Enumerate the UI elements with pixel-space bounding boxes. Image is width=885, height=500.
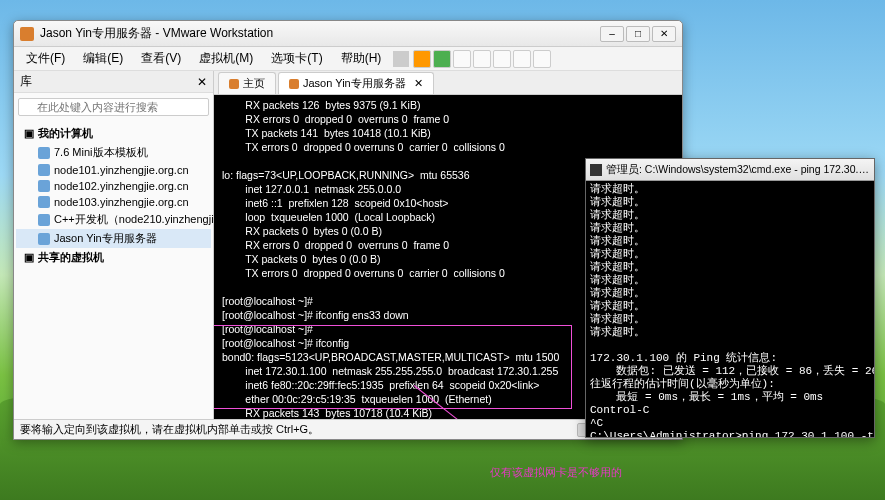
vm-tree: ▣我的计算机 7.6 Mini版本模板机 node101.yinzhengjie… bbox=[14, 120, 213, 419]
cmd-title-text: 管理员: C:\Windows\system32\cmd.exe - ping … bbox=[606, 163, 870, 177]
cmd-window: 管理员: C:\Windows\system32\cmd.exe - ping … bbox=[585, 158, 875, 438]
titlebar[interactable]: Jason Yin专用服务器 - VMware Workstation – □ … bbox=[14, 21, 682, 47]
menu-edit[interactable]: 编辑(E) bbox=[75, 48, 131, 69]
cmd-output[interactable]: 请求超时。 请求超时。 请求超时。 请求超时。 请求超时。 请求超时。 请求超时… bbox=[586, 181, 874, 437]
tree-item-selected[interactable]: Jason Yin专用服务器 bbox=[16, 229, 211, 248]
menu-help[interactable]: 帮助(H) bbox=[333, 48, 390, 69]
home-icon bbox=[229, 79, 239, 89]
menubar: 文件(F) 编辑(E) 查看(V) 虚拟机(M) 选项卡(T) 帮助(H) bbox=[14, 47, 682, 71]
tree-item[interactable]: C++开发机（node210.yinzhengjie.org.cn） bbox=[16, 210, 211, 229]
close-button[interactable]: ✕ bbox=[652, 26, 676, 42]
tab-strip: 主页 Jason Yin专用服务器✕ bbox=[214, 71, 682, 95]
menu-tabs[interactable]: 选项卡(T) bbox=[263, 48, 330, 69]
tree-item[interactable]: node103.yinzhengjie.org.cn bbox=[16, 194, 211, 210]
search-input[interactable] bbox=[18, 98, 209, 116]
tree-item[interactable]: node101.yinzhengjie.org.cn bbox=[16, 162, 211, 178]
tab-home[interactable]: 主页 bbox=[218, 72, 276, 94]
annotation-caption: 仅有该虚拟网卡是不够用的 bbox=[490, 465, 622, 480]
app-icon bbox=[20, 27, 34, 41]
toolbar-button[interactable] bbox=[513, 50, 531, 68]
statusbar: 要将输入定向到该虚拟机，请在虚拟机内部单击或按 Ctrl+G。 bbox=[14, 419, 682, 439]
highlight-box bbox=[214, 325, 572, 409]
sidebar-header: 库 bbox=[20, 73, 32, 90]
sidebar: 库 ✕ ▣我的计算机 7.6 Mini版本模板机 node101.yinzhen… bbox=[14, 71, 214, 419]
maximize-button[interactable]: □ bbox=[626, 26, 650, 42]
vm-icon bbox=[289, 79, 299, 89]
status-text: 要将输入定向到该虚拟机，请在虚拟机内部单击或按 Ctrl+G。 bbox=[20, 422, 319, 437]
tree-item[interactable]: node102.yinzhengjie.org.cn bbox=[16, 178, 211, 194]
tree-item[interactable]: 7.6 Mini版本模板机 bbox=[16, 143, 211, 162]
menu-vm[interactable]: 虚拟机(M) bbox=[191, 48, 261, 69]
window-title: Jason Yin专用服务器 - VMware Workstation bbox=[40, 25, 273, 42]
cmd-icon bbox=[590, 164, 602, 176]
toolbar-button[interactable] bbox=[453, 50, 471, 68]
toolbar-button[interactable] bbox=[473, 50, 491, 68]
menu-file[interactable]: 文件(F) bbox=[18, 48, 73, 69]
sidebar-close-icon[interactable]: ✕ bbox=[197, 75, 207, 89]
play-button[interactable] bbox=[433, 50, 451, 68]
tree-shared[interactable]: ▣共享的虚拟机 bbox=[16, 248, 211, 267]
tab-active-vm[interactable]: Jason Yin专用服务器✕ bbox=[278, 72, 434, 94]
tree-root[interactable]: ▣我的计算机 bbox=[16, 124, 211, 143]
minimize-button[interactable]: – bbox=[600, 26, 624, 42]
toolbar-button[interactable] bbox=[493, 50, 511, 68]
vmware-window: Jason Yin专用服务器 - VMware Workstation – □ … bbox=[13, 20, 683, 440]
toolbar-button[interactable] bbox=[533, 50, 551, 68]
tab-close-icon[interactable]: ✕ bbox=[414, 77, 423, 90]
pause-button[interactable] bbox=[413, 50, 431, 68]
menu-view[interactable]: 查看(V) bbox=[133, 48, 189, 69]
cmd-titlebar[interactable]: 管理员: C:\Windows\system32\cmd.exe - ping … bbox=[586, 159, 874, 181]
